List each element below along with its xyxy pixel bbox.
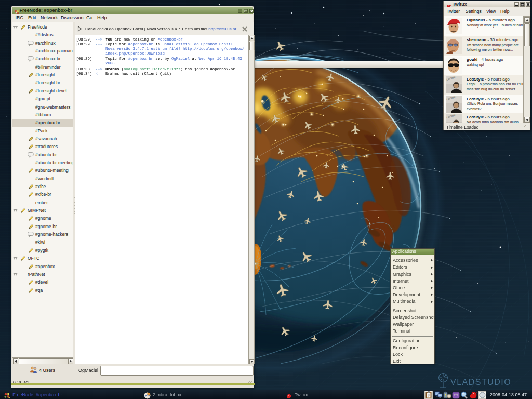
svg-text:VLADSTUDIO: VLADSTUDIO: [450, 378, 511, 387]
